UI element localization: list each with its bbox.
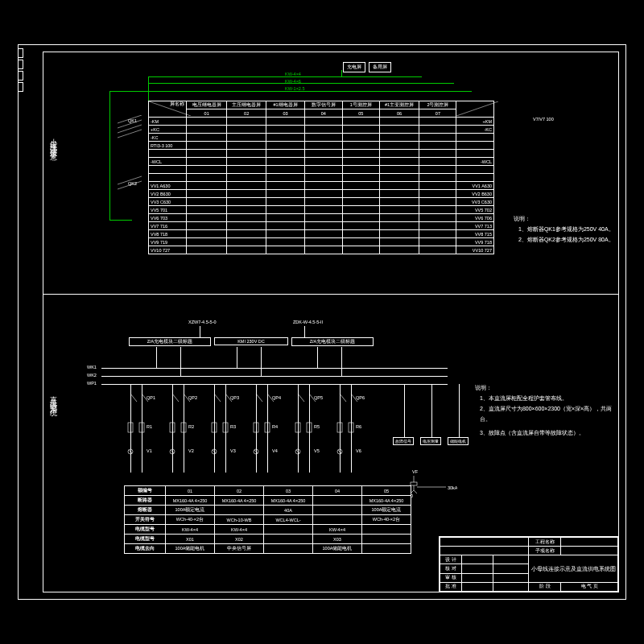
drawing-title: 小母线连接示意及直流供电系统图 [529,555,618,582]
title-block: 工程名称 子项名称 设 计 小母线连接示意及直流供电系统图 核 对 审 核 [439,536,618,592]
drawing-frame: 小母线连接示意 直流供电系统 充电屏 备用屏 KW-4×4 KW-4×6 KW-… [18,44,626,600]
svg-line-14 [172,394,179,402]
svg-text:30kA: 30kA [448,485,457,490]
mid-label: V7/V7 100 [533,117,554,122]
svg-line-50 [414,490,417,493]
svg-line-31 [254,450,258,453]
svg-line-26 [256,394,262,402]
topbox-spare: 备用屏 [369,62,391,72]
bus-box-left: Z/A充电模块二级标题 [129,337,211,346]
upper-section-label: 小母线连接示意 [48,133,59,150]
svg-line-2 [118,125,142,133]
topbox-charge: 充电屏 [343,62,365,72]
green-label-2: KW-4×6 [285,79,301,84]
svg-line-4 [118,176,142,184]
load-box-2: 电压测量 [420,437,441,445]
svg-rect-11 [139,423,144,432]
svg-rect-22 [212,423,217,432]
svg-rect-45 [411,482,417,485]
lower-notes: 说明： 1、本直流屏柜配全程护套管布线。 2、直流屏尺寸为800×600×230… [475,382,617,438]
svg-rect-41 [349,423,353,432]
green-label-1: KW-4×4 [285,72,301,76]
vf-symbol: 30kA [409,476,457,495]
svg-line-7 [456,101,498,116]
svg-line-20 [214,394,221,402]
svg-line-3 [118,130,142,138]
svg-rect-35 [307,423,312,432]
svg-line-38 [340,394,346,402]
svg-rect-10 [128,423,133,432]
svg-line-43 [338,450,341,453]
feeder-spec-table: 额编号0102030405断路器MX160-4A 4×250MX160-4A 4… [124,485,411,554]
bus-connection-table: 屏名称电压继电器屏主压继电器屏#1继电器屏数字信号屏1号测控屏#1主变测控屏2号… [148,101,494,254]
svg-rect-17 [181,423,186,432]
svg-line-8 [130,394,137,402]
svg-rect-28 [254,423,258,432]
svg-line-37 [296,450,299,453]
svg-rect-34 [295,423,300,432]
load-box-1: 故障信号 [393,437,414,445]
svg-line-1 [118,120,142,128]
svg-line-32 [298,394,304,402]
svg-rect-16 [170,423,175,432]
upper-notes: 说明： 1、熔断器QK1参考规格为250V 40A。 2、熔断器QK2参考规格为… [514,213,614,245]
top-boxes: 充电屏 备用屏 [343,62,393,72]
lower-section-label: 直流供电系统 [48,390,59,405]
green-label-3: KW-1×2.5 [285,86,305,91]
section-divider [43,294,618,295]
svg-rect-23 [223,423,228,432]
bus-box-mid: KMI 230V DC [214,337,288,345]
svg-rect-29 [265,423,270,432]
inner-frame: 小母线连接示意 直流供电系统 充电屏 备用屏 KW-4×4 KW-4×6 KW-… [43,52,619,592]
svg-rect-40 [337,423,342,432]
svg-line-25 [213,450,216,453]
svg-line-5 [118,181,142,189]
svg-line-13 [129,450,132,453]
svg-line-19 [171,450,174,453]
bus-box-right: Z/A充电模块二级标题 [291,337,374,346]
load-box-3: 储能电机 [448,437,469,445]
fuse-symbols [118,115,145,196]
svg-line-0 [118,115,142,123]
